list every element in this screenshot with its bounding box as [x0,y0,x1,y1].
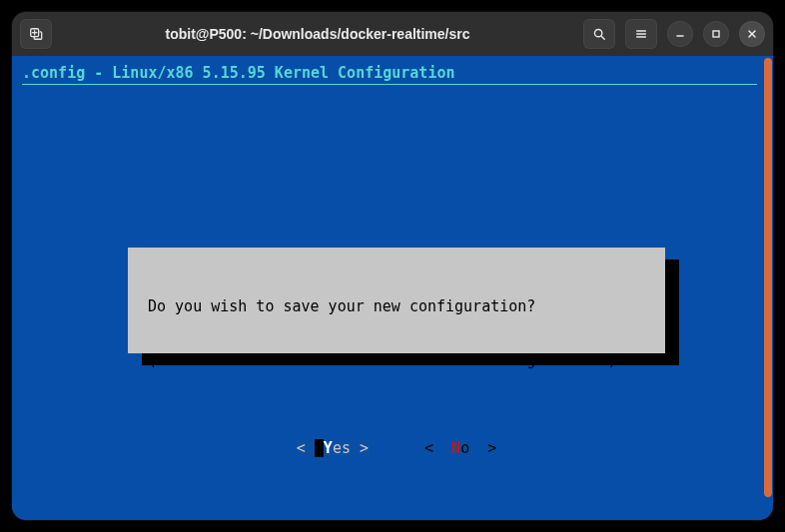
no-hotkey: N [451,439,460,457]
save-config-dialog: Do you wish to save your new configurati… [128,248,665,353]
search-icon [592,27,606,41]
header-divider [22,84,757,85]
svg-rect-7 [713,31,719,37]
dialog-message-line1: Do you wish to save your new configurati… [148,297,645,315]
svg-line-2 [601,36,604,39]
minimize-button[interactable] [667,21,693,47]
close-icon [746,28,758,40]
window-title: tobit@P500: ~/Downloads/docker-realtime/… [58,26,577,42]
close-button[interactable] [739,21,765,47]
yes-rest: es [333,439,360,457]
maximize-icon [710,28,722,40]
menuconfig-header: .config - Linux/x86 5.15.95 Kernel Confi… [22,64,763,82]
terminal-scrollbar[interactable] [763,56,773,520]
new-tab-button[interactable] [20,19,52,49]
titlebar: tobit@P500: ~/Downloads/docker-realtime/… [12,12,773,56]
yes-hotkey: Y [324,439,333,457]
titlebar-right-group [583,19,765,49]
yes-open: < [297,439,315,457]
terminal-window: tobit@P500: ~/Downloads/docker-realtime/… [12,12,773,520]
terminal-viewport[interactable]: .config - Linux/x86 5.15.95 Kernel Confi… [12,56,773,520]
hamburger-icon [634,27,648,41]
menu-button[interactable] [625,19,657,49]
no-button[interactable]: < No > [424,439,496,457]
no-rest: o [460,439,478,457]
no-close: > [478,439,496,457]
yes-close: > [360,439,369,457]
dialog-message-line2: (Press <ESC><ESC> to continue kernel con… [148,351,645,369]
no-open: < [424,439,451,457]
maximize-button[interactable] [703,21,729,47]
titlebar-left-group [20,19,52,49]
new-tab-icon [29,27,43,41]
yes-button[interactable]: < Yes > [297,439,369,457]
dialog-actions: < Yes > < No > [148,439,645,457]
search-button[interactable] [583,19,615,49]
minimize-icon [674,28,686,40]
scrollbar-thumb[interactable] [764,58,772,497]
